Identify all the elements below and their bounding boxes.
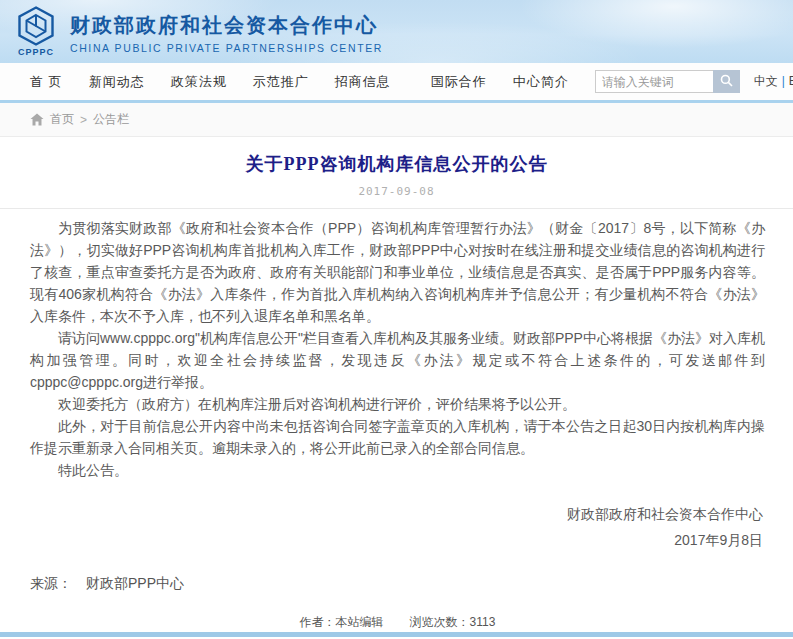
nav-item-home[interactable]: 首 页	[30, 73, 63, 91]
lang-en[interactable]: EN	[789, 74, 793, 88]
org-name-en: CHINA PUBLIC PRIVATE PARTNERSHIPS CENTER	[70, 42, 383, 54]
article-title: 关于PPP咨询机构库信息公开的公告	[0, 152, 793, 176]
bottom-accent-bar	[0, 632, 793, 637]
breadcrumb-home[interactable]: 首页	[50, 111, 74, 128]
article-paragraph: 为贯彻落实财政部《政府和社会资本合作（PPP）咨询机构库管理暂行办法》（财金〔2…	[30, 217, 765, 327]
author-text: 作者：本站编辑	[300, 615, 384, 629]
nav-item-policy[interactable]: 政策法规	[171, 73, 227, 91]
source-value: 财政部PPP中心	[86, 575, 184, 591]
signature-org: 财政部政府和社会资本合作中心	[30, 501, 763, 527]
article-body: 为贯彻落实财政部《政府和社会资本合作（PPP）咨询机构库管理暂行办法》（财金〔2…	[0, 209, 793, 631]
nav-item-news[interactable]: 新闻动态	[89, 73, 145, 91]
breadcrumb-current: 公告栏	[93, 111, 129, 128]
article-date: 2017-09-08	[0, 185, 793, 198]
nav-item-international[interactable]: 国际合作	[431, 73, 487, 91]
article-paragraph: 特此公告。	[30, 459, 765, 481]
org-name-cn: 财政部政府和社会资本合作中心	[70, 12, 383, 39]
article-paragraph: 请访问www.cpppc.org"机构库信息公开"栏目查看入库机构及其服务业绩。…	[30, 327, 765, 393]
lang-divider: |	[782, 74, 785, 88]
breadcrumb: 首页 > 公告栏	[0, 103, 793, 137]
search-button[interactable]	[713, 70, 740, 93]
site-header: CPPPC 财政部政府和社会资本合作中心 CHINA PUBLIC PRIVAT…	[0, 0, 793, 63]
lang-zh[interactable]: 中文	[754, 74, 778, 88]
search-input[interactable]	[595, 70, 713, 93]
views-count: 浏览次数：3113	[410, 615, 496, 629]
main-nav: 首 页 新闻动态 政策法规 示范推广 招商信息 国际合作 中心简介 中文|EN	[0, 63, 793, 100]
author-line: 作者：本站编辑浏览次数：3113	[30, 614, 765, 631]
source-line: 来源：财政部PPP中心	[30, 575, 765, 593]
cpppc-logo-icon	[17, 6, 55, 46]
logo[interactable]: CPPPC	[10, 6, 62, 57]
signature-date: 2017年9月8日	[30, 527, 763, 553]
article-paragraph: 此外，对于目前信息公开内容中尚未包括咨询合同签字盖章页的入库机构，请于本公告之日…	[30, 415, 765, 459]
logo-acronym: CPPPC	[18, 47, 54, 57]
home-icon	[30, 113, 44, 126]
org-names: 财政部政府和社会资本合作中心 CHINA PUBLIC PRIVATE PART…	[70, 10, 383, 54]
article-paragraph: 欢迎委托方（政府方）在机构库注册后对咨询机构进行评价，评价结果将予以公开。	[30, 393, 765, 415]
article: 关于PPP咨询机构库信息公开的公告 2017-09-08 为贯彻落实财政部《政府…	[0, 152, 793, 631]
search-icon	[720, 74, 733, 90]
nav-item-about[interactable]: 中心简介	[513, 73, 569, 91]
search-area	[595, 70, 740, 93]
source-label: 来源：	[30, 575, 72, 591]
language-switch: 中文|EN	[754, 73, 793, 90]
nav-item-demonstration[interactable]: 示范推广	[253, 73, 309, 91]
signature-block: 财政部政府和社会资本合作中心 2017年9月8日	[30, 501, 765, 553]
breadcrumb-separator: >	[80, 113, 87, 127]
nav-item-investment[interactable]: 招商信息	[335, 73, 391, 91]
